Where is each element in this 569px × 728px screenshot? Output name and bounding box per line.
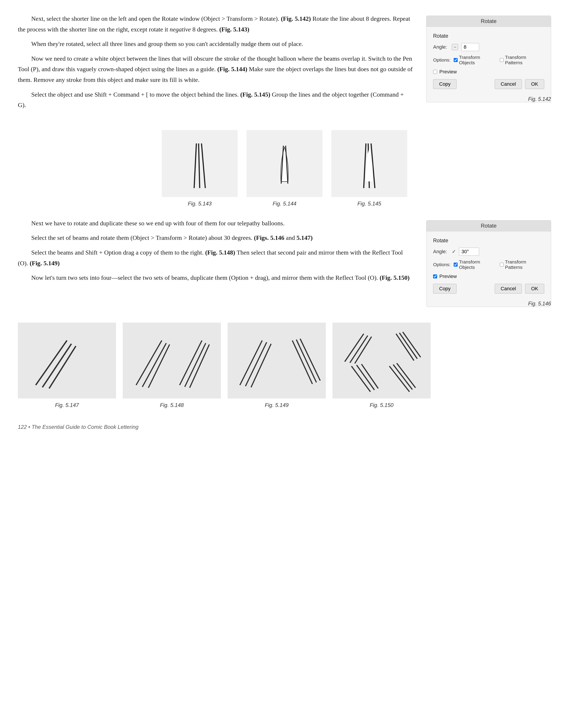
angle-row-1: Angle: − (433, 43, 544, 51)
rotate-dialog-2: Rotate Rotate Angle: ✓ Options: Transfor… (426, 220, 551, 307)
transform-objects-checkbox-1[interactable] (454, 58, 458, 62)
text-column-2: Next we have to rotate and duplicate the… (18, 218, 413, 287)
dialog-body-1: Rotate Angle: − Options: Transform Objec… (426, 27, 551, 94)
preview-row-1: Preview (433, 69, 544, 75)
fig148-ref: (Fig. 5.148) (205, 249, 235, 256)
para-8: Now let's turn two sets into four—select… (18, 272, 413, 283)
fig145-label: Fig. 5.145 (357, 201, 381, 207)
preview-label-1: Preview (439, 69, 457, 75)
dialog-buttons-2: Copy Cancel OK (433, 284, 544, 294)
ok-button-1[interactable]: OK (525, 79, 544, 89)
fig145-ref: (Fig. 5.145) (240, 91, 270, 98)
angle-label-2: Angle: (433, 249, 449, 255)
preview-row-2: Preview (433, 274, 544, 279)
transform-objects-label-2[interactable]: Transform Objects (454, 259, 496, 270)
page-footer: 122 • The Essential Guide to Comic Book … (18, 424, 551, 430)
transform-objects-checkbox-2[interactable] (454, 263, 458, 267)
page-number: 122 (18, 424, 27, 430)
cancel-button-2[interactable]: Cancel (495, 284, 522, 294)
svg-rect-29 (332, 323, 431, 398)
fig148-label: Fig. 5.148 (160, 402, 184, 408)
options-label-2: Options: (433, 262, 451, 267)
top-section: Next, select the shorter line on the lef… (18, 13, 551, 114)
fig142-caption: Fig. 5.142 (426, 96, 551, 102)
figures-row-1: Fig. 5.143 Fig. 5.144 (18, 130, 551, 207)
dialog-title-1: Rotate (426, 16, 551, 27)
transform-patterns-checkbox-2[interactable] (500, 263, 504, 267)
fig144-label: Fig. 5.144 (273, 201, 297, 207)
copy-button-1[interactable]: Copy (433, 79, 457, 89)
fig143-image (162, 130, 238, 197)
fig143-label: Fig. 5.143 (188, 201, 212, 207)
figure-144: Fig. 5.144 (247, 130, 322, 207)
fig150-label: Fig. 5.150 (370, 402, 394, 408)
figure-147: Fig. 5.147 (18, 323, 116, 408)
svg-rect-15 (123, 323, 221, 398)
page-separator: • (28, 424, 32, 430)
cancel-button-1[interactable]: Cancel (495, 79, 522, 89)
angle-input-1[interactable] (461, 43, 479, 51)
figure-145: Fig. 5.145 (331, 130, 407, 207)
fig145-image (331, 130, 407, 197)
fig143-ref: (Fig. 5.143) (219, 26, 249, 33)
book-title: The Essential Guide to Comic Book Letter… (32, 424, 139, 430)
figs-146-147-ref: (Figs. 5.146 (254, 234, 284, 241)
para-7: Select the beams and Shift + Option drag… (18, 247, 413, 268)
preview-checkbox-2[interactable] (433, 274, 437, 278)
fig148-image (123, 323, 221, 398)
fig149-label: Fig. 5.149 (265, 402, 289, 408)
figure-143: Fig. 5.143 (162, 130, 238, 207)
fig142-ref: (Fig. 5.142) (281, 15, 311, 22)
page-content: Next, select the shorter line on the lef… (18, 13, 551, 430)
fig147-label: Fig. 5.147 (55, 402, 79, 408)
para-3: Now we need to create a white object bet… (18, 53, 413, 85)
figure-149: Fig. 5.149 (228, 323, 326, 408)
mid-section: Next we have to rotate and duplicate the… (18, 218, 551, 307)
angle-row-2: Angle: ✓ (433, 248, 544, 256)
minus-button-1[interactable]: − (452, 44, 458, 50)
dialog-section-1: Rotate (433, 33, 544, 39)
fig147-ref2: 5.147) (297, 234, 313, 241)
angle-input-2[interactable] (459, 248, 479, 256)
rotate-dialog-1: Rotate Rotate Angle: − Options: Transfor… (426, 16, 551, 102)
figure-150: Fig. 5.150 (332, 323, 431, 408)
fig144-ref: (Fig. 5.144) (217, 66, 247, 73)
copy-button-2[interactable]: Copy (433, 284, 457, 294)
fig150-image (332, 323, 431, 398)
fig150-ref: (Fig. 5.150) (380, 274, 410, 281)
para-5: Next we have to rotate and duplicate the… (18, 218, 413, 229)
fig147-image (18, 323, 116, 398)
ok-button-2[interactable]: OK (525, 284, 544, 294)
dialog-body-2: Rotate Angle: ✓ Options: Transform Objec… (426, 231, 551, 299)
fig149-image (228, 323, 326, 398)
figure-148: Fig. 5.148 (123, 323, 221, 408)
options-row-2: Options: Transform Objects Transform Pat… (433, 259, 544, 270)
dialog-title-2: Rotate (426, 220, 551, 231)
angle-label-1: Angle: (433, 44, 449, 50)
preview-label-2: Preview (439, 274, 457, 279)
dialog-section-2: Rotate (433, 238, 544, 244)
text-column-1: Next, select the shorter line on the lef… (18, 13, 413, 114)
para-6: Select the set of beams and rotate them … (18, 232, 413, 243)
transform-patterns-label-2[interactable]: Transform Patterns (500, 259, 544, 270)
preview-checkbox-1[interactable] (433, 70, 437, 74)
transform-patterns-checkbox-1[interactable] (500, 58, 504, 62)
options-row-1: Options: Transform Objects Transform Pat… (433, 55, 544, 65)
para-2: When they're rotated, select all three l… (18, 39, 413, 49)
transform-objects-label-1[interactable]: Transform Objects (454, 55, 496, 65)
fig149-ref: (Fig. 5.149) (30, 260, 60, 267)
checkmark-icon-2: ✓ (452, 249, 456, 255)
dialog-buttons-1: Copy Cancel OK (433, 79, 544, 89)
para-1: Next, select the shorter line on the lef… (18, 13, 413, 35)
options-label-1: Options: (433, 57, 451, 63)
fig146-caption: Fig. 5.146 (426, 301, 551, 307)
fig144-image (247, 130, 322, 197)
transform-patterns-label-1[interactable]: Transform Patterns (500, 55, 544, 65)
figures-row-2: Fig. 5.147 Fig. 5.148 (18, 323, 551, 408)
para-4: Select the object and use Shift + Comman… (18, 89, 413, 110)
